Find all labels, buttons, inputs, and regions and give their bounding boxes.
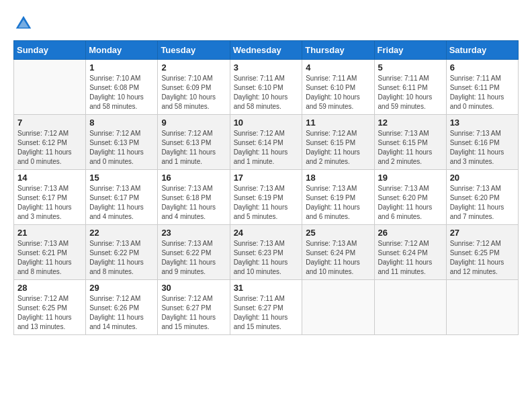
calendar-week-row: 28Sunrise: 7:12 AM Sunset: 6:25 PM Dayli… [14,280,519,335]
calendar-cell: 31Sunrise: 7:11 AM Sunset: 6:27 PM Dayli… [230,280,302,335]
calendar-cell: 22Sunrise: 7:13 AM Sunset: 6:22 PM Dayli… [86,225,158,280]
calendar-header-row: SundayMondayTuesdayWednesdayThursdayFrid… [14,41,519,60]
day-number: 15 [89,173,154,183]
calendar-cell: 4Sunrise: 7:11 AM Sunset: 6:10 PM Daylig… [302,60,374,115]
day-info: Sunrise: 7:13 AM Sunset: 6:17 PM Dayligh… [89,184,154,222]
calendar-cell [302,280,374,335]
calendar-cell: 16Sunrise: 7:13 AM Sunset: 6:18 PM Dayli… [158,170,230,225]
day-number: 28 [17,283,82,293]
calendar-cell: 3Sunrise: 7:11 AM Sunset: 6:10 PM Daylig… [230,60,302,115]
day-info: Sunrise: 7:13 AM Sunset: 6:15 PM Dayligh… [378,129,443,167]
calendar-cell: 21Sunrise: 7:13 AM Sunset: 6:21 PM Dayli… [14,225,86,280]
day-number: 2 [161,62,226,73]
day-info: Sunrise: 7:12 AM Sunset: 6:14 PM Dayligh… [234,129,299,167]
calendar-cell: 25Sunrise: 7:13 AM Sunset: 6:24 PM Dayli… [302,225,374,280]
day-number: 5 [378,62,443,73]
day-number: 6 [450,62,515,73]
calendar-cell: 7Sunrise: 7:12 AM Sunset: 6:12 PM Daylig… [14,115,86,170]
logo [13,13,36,34]
calendar-cell: 17Sunrise: 7:13 AM Sunset: 6:19 PM Dayli… [230,170,302,225]
calendar-cell: 20Sunrise: 7:13 AM Sunset: 6:20 PM Dayli… [446,170,518,225]
calendar-cell [446,280,518,335]
logo-icon [13,13,34,34]
calendar-cell: 11Sunrise: 7:12 AM Sunset: 6:15 PM Dayli… [302,115,374,170]
day-number: 13 [450,118,515,128]
day-info: Sunrise: 7:12 AM Sunset: 6:27 PM Dayligh… [161,294,226,332]
day-info: Sunrise: 7:12 AM Sunset: 6:25 PM Dayligh… [450,239,515,277]
calendar-table: SundayMondayTuesdayWednesdayThursdayFrid… [13,40,519,335]
calendar-week-row: 14Sunrise: 7:13 AM Sunset: 6:17 PM Dayli… [14,170,519,225]
day-info: Sunrise: 7:13 AM Sunset: 6:22 PM Dayligh… [161,239,226,277]
day-number: 11 [306,118,370,128]
calendar-cell [374,280,446,335]
calendar-weekday-saturday: Saturday [446,41,518,60]
day-number: 19 [378,173,443,183]
day-number: 18 [306,173,370,183]
day-info: Sunrise: 7:13 AM Sunset: 6:21 PM Dayligh… [17,239,82,277]
day-number: 17 [234,173,299,183]
day-number: 24 [234,228,299,238]
day-number: 20 [450,173,515,183]
day-info: Sunrise: 7:12 AM Sunset: 6:15 PM Dayligh… [306,129,370,167]
calendar-cell: 29Sunrise: 7:12 AM Sunset: 6:26 PM Dayli… [86,280,158,335]
day-info: Sunrise: 7:11 AM Sunset: 6:10 PM Dayligh… [234,74,299,111]
day-number: 4 [306,62,370,73]
calendar-cell: 14Sunrise: 7:13 AM Sunset: 6:17 PM Dayli… [14,170,86,225]
calendar-cell: 23Sunrise: 7:13 AM Sunset: 6:22 PM Dayli… [158,225,230,280]
day-number: 16 [161,173,226,183]
calendar-weekday-friday: Friday [374,41,446,60]
calendar-week-row: 21Sunrise: 7:13 AM Sunset: 6:21 PM Dayli… [14,225,519,280]
day-info: Sunrise: 7:12 AM Sunset: 6:26 PM Dayligh… [89,294,154,332]
calendar-cell: 5Sunrise: 7:11 AM Sunset: 6:11 PM Daylig… [374,60,446,115]
calendar-cell: 8Sunrise: 7:12 AM Sunset: 6:13 PM Daylig… [86,115,158,170]
day-number: 22 [89,228,154,238]
day-info: Sunrise: 7:13 AM Sunset: 6:19 PM Dayligh… [234,184,299,222]
day-number: 1 [89,62,154,73]
calendar-cell: 27Sunrise: 7:12 AM Sunset: 6:25 PM Dayli… [446,225,518,280]
day-info: Sunrise: 7:13 AM Sunset: 6:22 PM Dayligh… [89,239,154,277]
day-info: Sunrise: 7:13 AM Sunset: 6:17 PM Dayligh… [17,184,82,222]
day-info: Sunrise: 7:13 AM Sunset: 6:19 PM Dayligh… [306,184,370,222]
day-number: 30 [161,283,226,293]
day-number: 10 [234,118,299,128]
day-info: Sunrise: 7:12 AM Sunset: 6:13 PM Dayligh… [161,129,226,167]
calendar-cell: 9Sunrise: 7:12 AM Sunset: 6:13 PM Daylig… [158,115,230,170]
day-info: Sunrise: 7:11 AM Sunset: 6:11 PM Dayligh… [378,74,443,111]
calendar-cell [14,60,86,115]
day-info: Sunrise: 7:13 AM Sunset: 6:23 PM Dayligh… [234,239,299,277]
calendar-week-row: 7Sunrise: 7:12 AM Sunset: 6:12 PM Daylig… [14,115,519,170]
calendar-cell: 28Sunrise: 7:12 AM Sunset: 6:25 PM Dayli… [14,280,86,335]
calendar-weekday-tuesday: Tuesday [158,41,230,60]
day-number: 23 [161,228,226,238]
calendar-cell: 24Sunrise: 7:13 AM Sunset: 6:23 PM Dayli… [230,225,302,280]
calendar-cell: 15Sunrise: 7:13 AM Sunset: 6:17 PM Dayli… [86,170,158,225]
calendar-cell: 6Sunrise: 7:11 AM Sunset: 6:11 PM Daylig… [446,60,518,115]
day-number: 9 [161,118,226,128]
day-info: Sunrise: 7:13 AM Sunset: 6:16 PM Dayligh… [450,129,515,167]
calendar-cell: 10Sunrise: 7:12 AM Sunset: 6:14 PM Dayli… [230,115,302,170]
calendar-cell: 30Sunrise: 7:12 AM Sunset: 6:27 PM Dayli… [158,280,230,335]
day-info: Sunrise: 7:12 AM Sunset: 6:12 PM Dayligh… [17,129,82,167]
day-info: Sunrise: 7:13 AM Sunset: 6:24 PM Dayligh… [306,239,370,277]
day-number: 14 [17,173,82,183]
calendar-weekday-wednesday: Wednesday [230,41,302,60]
day-number: 25 [306,228,370,238]
day-number: 21 [17,228,82,238]
calendar-cell: 1Sunrise: 7:10 AM Sunset: 6:08 PM Daylig… [86,60,158,115]
day-info: Sunrise: 7:13 AM Sunset: 6:20 PM Dayligh… [450,184,515,222]
calendar-cell: 26Sunrise: 7:12 AM Sunset: 6:24 PM Dayli… [374,225,446,280]
calendar-cell: 13Sunrise: 7:13 AM Sunset: 6:16 PM Dayli… [446,115,518,170]
calendar-weekday-monday: Monday [86,41,158,60]
day-number: 31 [234,283,299,293]
day-info: Sunrise: 7:11 AM Sunset: 6:27 PM Dayligh… [234,294,299,332]
day-info: Sunrise: 7:12 AM Sunset: 6:13 PM Dayligh… [89,129,154,167]
day-number: 26 [378,228,443,238]
day-info: Sunrise: 7:11 AM Sunset: 6:11 PM Dayligh… [450,74,515,111]
calendar-cell: 2Sunrise: 7:10 AM Sunset: 6:09 PM Daylig… [158,60,230,115]
page-header [13,13,519,34]
day-info: Sunrise: 7:10 AM Sunset: 6:09 PM Dayligh… [161,74,226,111]
day-number: 8 [89,118,154,128]
day-number: 29 [89,283,154,293]
day-number: 7 [17,118,82,128]
calendar-cell: 18Sunrise: 7:13 AM Sunset: 6:19 PM Dayli… [302,170,374,225]
